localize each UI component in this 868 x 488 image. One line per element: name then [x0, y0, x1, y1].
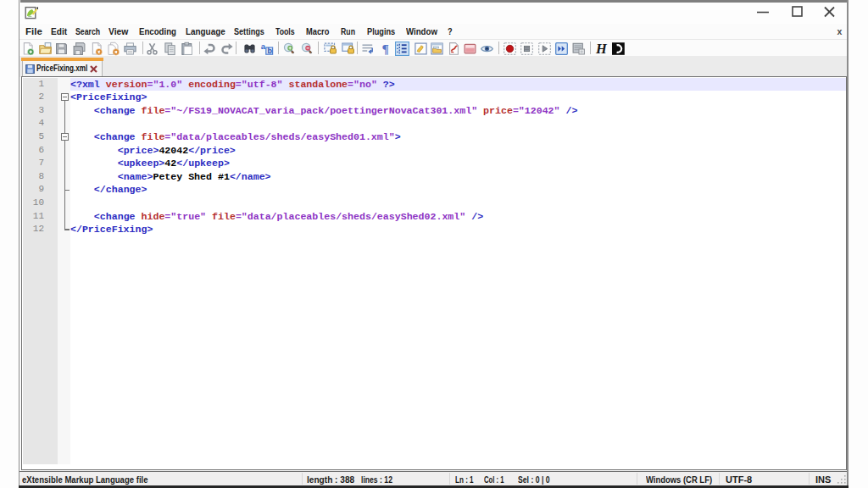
svg-text:¶: ¶: [381, 42, 388, 56]
svg-text:H: H: [595, 42, 608, 56]
svg-text:a: a: [261, 42, 266, 51]
svg-text:b: b: [268, 46, 273, 54]
